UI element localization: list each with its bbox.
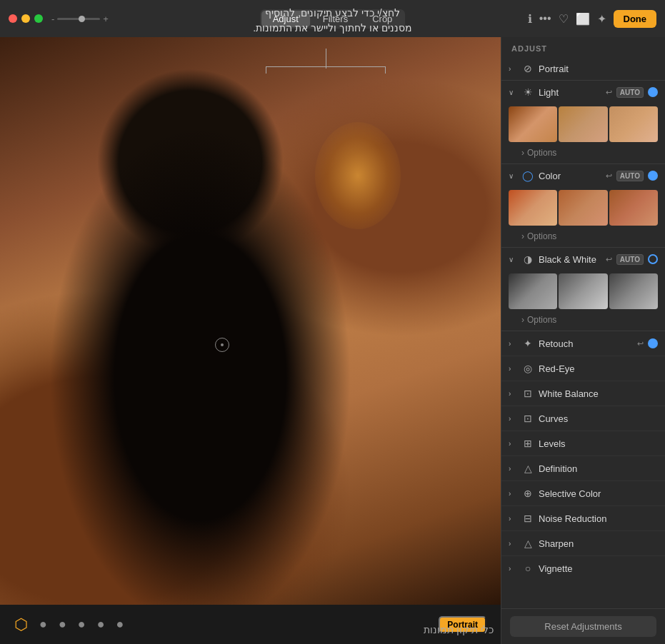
vignette-item[interactable]: › ○ Vignette [501,556,665,580]
tooltip-connector-line [326,49,326,69]
zoom-plus-icon[interactable]: + [103,14,109,24]
color-section: ∨ ◯ Color ↩ AUTO › Options [501,164,665,248]
curves-item[interactable]: › ⊡ Curves [501,406,665,431]
color-auto-badge[interactable]: AUTO [616,171,644,181]
light-options-chevron: › [521,148,524,158]
heart-icon[interactable]: ♡ [559,12,569,26]
tab-crop[interactable]: Crop [361,11,404,27]
bw-controls: ↩ AUTO [606,254,658,265]
circle-2-icon[interactable]: ● [59,617,66,632]
color-thumb-3[interactable] [609,190,658,226]
retouch-reset-icon[interactable]: ↩ [637,339,644,348]
curves-chevron: › [509,415,517,423]
tab-group: Adjust Filters Crop [260,9,406,29]
main-area: ⬡ ● ● ● ● ● Portrait ADJUST › ⊘ Portrait [0,37,665,644]
color-toggle[interactable] [648,171,658,181]
cube-icon[interactable]: ⬡ [14,615,28,634]
fullscreen-button[interactable] [34,14,43,23]
noise-reduction-icon: ⊟ [521,513,534,524]
color-options-chevron: › [521,231,524,241]
bw-section: ∨ ◑ Black & White ↩ AUTO › Optio [501,248,665,331]
circle-3-icon[interactable]: ● [78,617,86,632]
selective-color-icon: ⊕ [521,488,534,499]
sharpen-icon: △ [521,538,534,549]
done-button[interactable]: Done [614,10,657,28]
light-options-label: Options [527,148,556,158]
minimize-button[interactable] [21,14,30,23]
definition-chevron: › [509,465,517,473]
retouch-item[interactable]: › ✦ Retouch ↩ [501,331,665,356]
definition-item[interactable]: › △ Definition [501,456,665,481]
noise-reduction-chevron: › [509,515,517,523]
circle-1-icon[interactable]: ● [39,617,47,632]
right-panel: ADJUST › ⊘ Portrait ∨ ☀ Light ↩ AUT [501,37,665,644]
bottom-icons: ⬡ ● ● ● ● ● [14,615,124,634]
info-icon[interactable]: ℹ [528,12,532,26]
close-button[interactable] [9,14,17,23]
bw-reset-icon[interactable]: ↩ [606,255,612,264]
share-icon[interactable]: ⬜ [576,12,590,26]
vignette-icon: ○ [521,563,534,574]
noise-reduction-item[interactable]: › ⊟ Noise Reduction [501,506,665,531]
reset-adjustments-button[interactable]: Reset Adjustments [510,616,656,637]
bw-thumb-2[interactable] [559,273,607,309]
bw-chevron: ∨ [509,256,517,263]
color-header[interactable]: ∨ ◯ Color ↩ AUTO [501,164,665,187]
light-controls: ↩ AUTO [606,87,658,98]
bw-title: Black & White [539,254,601,265]
retouch-title: Retouch [539,338,633,349]
color-thumbnails [501,187,665,228]
traffic-lights [9,14,43,23]
bw-options[interactable]: › Options [501,312,665,331]
magic-icon[interactable]: ✦ [597,12,606,26]
sharpen-chevron: › [509,540,517,548]
noise-reduction-title: Noise Reduction [539,513,658,524]
light-thumb-2[interactable] [559,106,607,142]
light-reset-icon[interactable]: ↩ [606,88,612,97]
light-header[interactable]: ∨ ☀ Light ↩ AUTO [501,81,665,104]
bw-options-chevron: › [521,315,524,325]
bw-toggle[interactable] [648,254,658,264]
portrait-header[interactable]: › ⊘ Portrait [501,57,665,80]
photo-container [0,37,501,605]
redeye-item[interactable]: › ◎ Red-Eye [501,356,665,381]
zoom-control: - + [51,14,109,24]
light-options[interactable]: › Options [501,145,665,163]
sharpen-title: Sharpen [539,538,658,549]
tooltip-bracket [266,66,386,74]
light-thumb-1[interactable] [509,106,557,142]
retouch-toggle[interactable] [648,338,658,348]
panel-header: ADJUST [501,37,665,57]
light-section: ∨ ☀ Light ↩ AUTO › Options [501,81,665,164]
levels-item[interactable]: › ⊞ Levels [501,431,665,456]
more-icon[interactable]: ••• [539,12,551,25]
zoom-slider[interactable] [57,18,100,20]
color-thumb-1[interactable] [509,190,557,226]
circle-4-icon[interactable]: ● [97,617,105,632]
light-toggle[interactable] [648,87,658,97]
bw-thumb-1[interactable] [509,273,557,309]
tab-adjust[interactable]: Adjust [261,11,310,27]
levels-icon: ⊞ [521,438,534,449]
color-reset-icon[interactable]: ↩ [606,171,612,181]
sharpen-item[interactable]: › △ Sharpen [501,531,665,556]
bw-auto-badge[interactable]: AUTO [616,254,644,265]
color-thumb-2[interactable] [559,190,607,226]
bw-header[interactable]: ∨ ◑ Black & White ↩ AUTO [501,248,665,271]
circle-5-icon[interactable]: ● [116,617,124,632]
whitebalance-item[interactable]: › ⊡ White Balance [501,381,665,406]
bw-thumb-3[interactable] [609,273,658,309]
photo-area: ⬡ ● ● ● ● ● Portrait [0,37,501,644]
color-options-label: Options [527,231,556,241]
light-thumbnails [501,104,665,145]
panel-scroll[interactable]: › ⊘ Portrait ∨ ☀ Light ↩ AUTO [501,57,665,608]
light-auto-badge[interactable]: AUTO [616,87,644,98]
levels-chevron: › [509,440,517,448]
tab-filters[interactable]: Filters [311,11,359,27]
selective-color-item[interactable]: › ⊕ Selective Color [501,481,665,506]
curves-icon: ⊡ [521,413,534,424]
light-thumb-3[interactable] [609,106,658,142]
zoom-minus-icon[interactable]: - [51,14,54,24]
color-options[interactable]: › Options [501,228,665,247]
retouch-chevron: › [509,340,517,348]
